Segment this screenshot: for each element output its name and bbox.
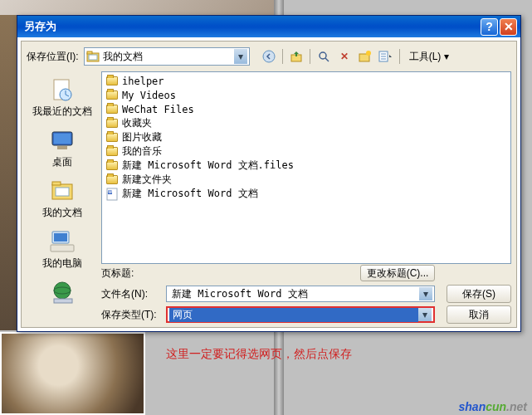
sidebar-item-network[interactable]: [27, 277, 98, 309]
filename-label: 文件名(N):: [101, 287, 161, 301]
filename-dropdown[interactable]: 新建 Microsoft Word 文档 ▾: [166, 286, 435, 302]
help-icon: ?: [486, 20, 493, 33]
svg-text:W: W: [108, 189, 112, 194]
search-button[interactable]: [315, 47, 333, 66]
location-label: 保存位置(I):: [27, 50, 79, 64]
folder-icon: [105, 75, 119, 88]
delete-icon: ✕: [340, 51, 349, 62]
up-button[interactable]: [287, 47, 305, 66]
list-item[interactable]: ihelper: [104, 74, 509, 88]
views-button[interactable]: [377, 47, 395, 66]
svg-rect-25: [51, 245, 74, 251]
dropdown-arrow-icon: ▾: [419, 287, 432, 300]
sidebar-item-label: 我最近的文档: [32, 105, 92, 119]
list-item[interactable]: WeChat Files: [104, 102, 509, 116]
location-toolbar: 保存位置(I): 我的文档 ▾ ✕ 工具(L) ▾: [27, 46, 511, 66]
sidebar-item-computer[interactable]: 我的电脑: [27, 227, 98, 272]
sidebar-item-desktop[interactable]: 桌面: [27, 125, 98, 171]
filename-value: 新建 Microsoft Word 文档: [168, 287, 419, 301]
new-folder-icon: [359, 50, 372, 63]
filetype-label: 保存类型(T):: [101, 308, 161, 322]
list-item[interactable]: My Videos: [104, 88, 509, 102]
up-folder-icon: [290, 50, 303, 63]
my-computer-icon: [49, 228, 76, 255]
svg-rect-19: [57, 146, 67, 149]
watermark: shancun.net: [459, 400, 527, 413]
svg-rect-22: [56, 188, 69, 196]
svg-point-8: [366, 51, 371, 56]
svg-rect-24: [54, 233, 67, 242]
network-icon: [49, 279, 76, 305]
svg-rect-1: [87, 51, 92, 54]
file-list[interactable]: ihelper My Videos WeChat Files 收藏夹 图片收藏 …: [101, 71, 511, 264]
list-item[interactable]: 收藏夹: [104, 116, 509, 130]
filetype-dropdown[interactable]: 网页 ▾: [166, 306, 435, 323]
svg-point-26: [54, 282, 71, 299]
back-button[interactable]: [260, 47, 278, 66]
search-icon: [317, 50, 330, 63]
close-button[interactable]: ✕: [500, 18, 517, 36]
svg-rect-18: [54, 134, 71, 144]
separator: [399, 49, 400, 64]
recent-docs-icon: [49, 76, 76, 103]
sidebar-item-recent[interactable]: 我最近的文档: [27, 75, 98, 120]
annotation-text: 这里一定要记得选网页，然后点保存: [166, 347, 352, 362]
folder-icon: [105, 117, 119, 130]
list-item[interactable]: W新建 Microsoft Word 文档: [104, 187, 509, 201]
folder-icon: [105, 89, 119, 102]
sidebar-item-label: 我的文档: [42, 206, 82, 220]
folder-icon: [105, 173, 119, 187]
views-icon: [378, 50, 393, 63]
toolbar-icons: ✕ 工具(L) ▾: [260, 47, 454, 66]
svg-line-6: [325, 58, 329, 61]
help-button[interactable]: ?: [481, 18, 498, 36]
filetype-value: 网页: [169, 308, 418, 322]
dialog-title: 另存为: [21, 19, 479, 34]
new-folder-button[interactable]: [356, 47, 374, 66]
svg-rect-2: [89, 55, 97, 60]
svg-point-3: [263, 51, 275, 62]
dropdown-arrow-icon: ▾: [234, 49, 247, 64]
save-button[interactable]: 保存(S): [447, 285, 511, 303]
change-title-button[interactable]: 更改标题(C)...: [360, 265, 435, 281]
folder-icon: [105, 131, 119, 144]
folder-icon: [86, 50, 100, 63]
separator: [282, 49, 283, 64]
svg-point-5: [320, 52, 326, 59]
background-decor: [0, 0, 274, 15]
location-dropdown[interactable]: 我的文档 ▾: [84, 47, 250, 66]
folder-icon: [105, 159, 119, 173]
svg-rect-28: [54, 299, 72, 303]
dialog-titlebar[interactable]: 另存为 ? ✕: [17, 16, 520, 37]
folder-icon: [105, 145, 119, 159]
background-decor: [0, 15, 17, 330]
dropdown-arrow-icon: ▾: [418, 308, 432, 321]
list-item[interactable]: 图片收藏: [104, 130, 509, 144]
back-icon: [262, 50, 276, 63]
list-item[interactable]: 新建文件夹: [104, 173, 509, 187]
my-documents-icon: [49, 178, 76, 204]
list-item[interactable]: 新建 Microsoft Word 文档.files: [104, 159, 509, 173]
background-cat-image: [0, 332, 145, 415]
word-doc-icon: W: [105, 188, 119, 201]
svg-rect-21: [52, 182, 61, 185]
separator: [310, 49, 310, 64]
close-icon: ✕: [504, 20, 514, 33]
list-item[interactable]: 我的音乐: [104, 144, 509, 159]
folder-icon: [105, 103, 119, 116]
sidebar-item-label: 我的电脑: [42, 256, 82, 271]
delete-button[interactable]: ✕: [335, 47, 354, 66]
sidebar-item-documents[interactable]: 我的文档: [27, 176, 98, 222]
page-title-label: 页标题:: [101, 266, 161, 281]
places-sidebar: 我最近的文档 桌面 我的文档 我的电脑: [27, 71, 98, 267]
dialog-body: 保存位置(I): 我的文档 ▾ ✕ 工具(L) ▾: [21, 41, 517, 328]
location-value: 我的文档: [103, 50, 234, 64]
cancel-button[interactable]: 取消: [447, 305, 511, 324]
bottom-fields: 页标题: 更改标题(C)... 文件名(N): 新建 Microsoft Wor…: [101, 264, 511, 324]
save-as-dialog: 另存为 ? ✕ 保存位置(I): 我的文档 ▾ ✕: [17, 15, 521, 332]
sidebar-item-label: 桌面: [52, 155, 72, 169]
tools-menu[interactable]: 工具(L) ▾: [404, 50, 454, 64]
desktop-icon: [49, 127, 76, 154]
